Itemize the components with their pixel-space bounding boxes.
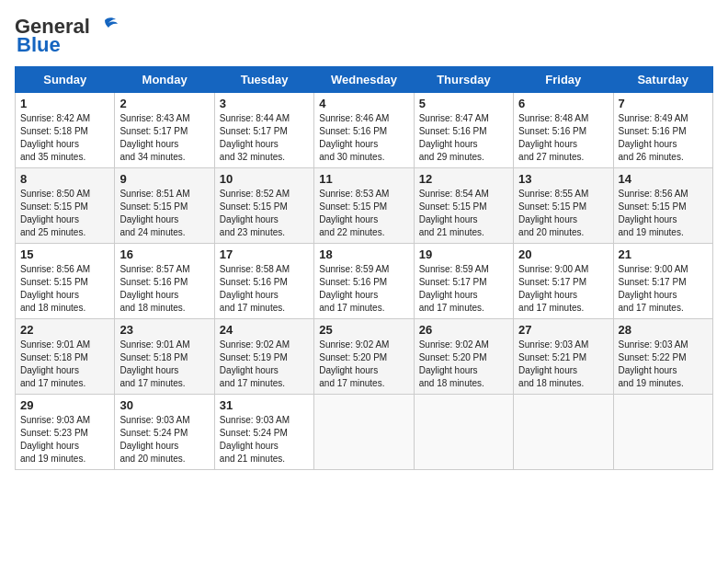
cell-info: Sunrise: 8:49 AMSunset: 5:16 PMDaylight …	[619, 112, 708, 164]
day-number: 30	[119, 398, 209, 412]
calendar-day-9: 9Sunrise: 8:51 AMSunset: 5:15 PMDaylight…	[115, 168, 214, 244]
cell-info: Sunrise: 8:56 AMSunset: 5:15 PMDaylight …	[619, 188, 708, 239]
cell-info: Sunrise: 8:52 AMSunset: 5:15 PMDaylight …	[220, 188, 309, 239]
empty-cell	[314, 395, 414, 470]
calendar-day-14: 14Sunrise: 8:56 AMSunset: 5:15 PMDayligh…	[613, 168, 712, 244]
calendar-day-31: 31Sunrise: 9:03 AMSunset: 5:24 PMDayligh…	[214, 395, 313, 470]
cell-info: Sunrise: 9:03 AMSunset: 5:22 PMDaylight …	[619, 339, 708, 390]
cell-info: Sunrise: 8:54 AMSunset: 5:15 PMDaylight …	[419, 188, 508, 239]
day-number: 3	[220, 97, 309, 110]
dow-header-thursday: Thursday	[414, 67, 513, 93]
cell-info: Sunrise: 8:47 AMSunset: 5:16 PMDaylight …	[419, 112, 508, 164]
calendar-day-20: 20Sunrise: 9:00 AMSunset: 5:17 PMDayligh…	[514, 244, 613, 319]
cell-info: Sunrise: 9:01 AMSunset: 5:18 PMDaylight …	[119, 339, 209, 390]
cell-info: Sunrise: 8:59 AMSunset: 5:17 PMDaylight …	[419, 263, 508, 315]
cell-info: Sunrise: 8:43 AMSunset: 5:17 PMDaylight …	[119, 112, 209, 164]
dow-header-sunday: Sunday	[16, 67, 115, 93]
dow-header-tuesday: Tuesday	[214, 67, 313, 93]
calendar-day-21: 21Sunrise: 9:00 AMSunset: 5:17 PMDayligh…	[613, 244, 712, 319]
calendar-day-10: 10Sunrise: 8:52 AMSunset: 5:15 PMDayligh…	[214, 168, 313, 244]
day-number: 5	[419, 97, 508, 110]
dow-header-friday: Friday	[514, 67, 613, 93]
day-number: 19	[419, 247, 508, 261]
day-number: 11	[319, 172, 408, 186]
calendar-day-8: 8Sunrise: 8:50 AMSunset: 5:15 PMDaylight…	[16, 168, 115, 244]
calendar-day-12: 12Sunrise: 8:54 AMSunset: 5:15 PMDayligh…	[414, 168, 513, 244]
cell-info: Sunrise: 8:53 AMSunset: 5:15 PMDaylight …	[319, 188, 408, 239]
day-number: 24	[220, 323, 309, 337]
cell-info: Sunrise: 8:57 AMSunset: 5:16 PMDaylight …	[119, 263, 209, 315]
calendar-day-7: 7Sunrise: 8:49 AMSunset: 5:16 PMDaylight…	[613, 93, 712, 168]
cell-info: Sunrise: 9:01 AMSunset: 5:18 PMDaylight …	[20, 339, 109, 390]
dow-header-monday: Monday	[115, 67, 214, 93]
day-number: 13	[518, 172, 608, 186]
calendar-day-6: 6Sunrise: 8:48 AMSunset: 5:16 PMDaylight…	[514, 93, 613, 168]
day-number: 14	[619, 172, 708, 186]
day-number: 31	[220, 398, 309, 412]
calendar-day-27: 27Sunrise: 9:03 AMSunset: 5:21 PMDayligh…	[514, 319, 613, 395]
empty-cell	[514, 395, 613, 470]
logo: General Blue	[15, 15, 118, 57]
cell-info: Sunrise: 9:00 AMSunset: 5:17 PMDaylight …	[518, 263, 608, 315]
day-number: 15	[20, 247, 109, 261]
day-number: 16	[119, 247, 209, 261]
day-number: 4	[319, 97, 408, 110]
cell-info: Sunrise: 8:59 AMSunset: 5:16 PMDaylight …	[319, 263, 408, 315]
calendar-day-30: 30Sunrise: 9:03 AMSunset: 5:24 PMDayligh…	[115, 395, 214, 470]
calendar-day-22: 22Sunrise: 9:01 AMSunset: 5:18 PMDayligh…	[16, 319, 115, 395]
calendar-day-16: 16Sunrise: 8:57 AMSunset: 5:16 PMDayligh…	[115, 244, 214, 319]
calendar-day-19: 19Sunrise: 8:59 AMSunset: 5:17 PMDayligh…	[414, 244, 513, 319]
cell-info: Sunrise: 8:50 AMSunset: 5:15 PMDaylight …	[20, 188, 109, 239]
calendar-day-26: 26Sunrise: 9:02 AMSunset: 5:20 PMDayligh…	[414, 319, 513, 395]
cell-info: Sunrise: 8:51 AMSunset: 5:15 PMDaylight …	[119, 188, 209, 239]
cell-info: Sunrise: 9:03 AMSunset: 5:24 PMDaylight …	[220, 414, 309, 465]
calendar-day-23: 23Sunrise: 9:01 AMSunset: 5:18 PMDayligh…	[115, 319, 214, 395]
calendar-day-18: 18Sunrise: 8:59 AMSunset: 5:16 PMDayligh…	[314, 244, 414, 319]
calendar-day-1: 1Sunrise: 8:42 AMSunset: 5:18 PMDaylight…	[16, 93, 115, 168]
day-number: 12	[419, 172, 508, 186]
day-number: 25	[319, 323, 408, 337]
empty-cell	[613, 395, 712, 470]
day-number: 22	[20, 323, 109, 337]
day-number: 8	[20, 172, 109, 186]
day-number: 17	[220, 247, 309, 261]
logo-bird-icon	[92, 17, 118, 37]
day-number: 23	[119, 323, 209, 337]
day-number: 6	[518, 97, 608, 110]
day-number: 20	[518, 247, 608, 261]
cell-info: Sunrise: 8:48 AMSunset: 5:16 PMDaylight …	[518, 112, 608, 164]
cell-info: Sunrise: 8:42 AMSunset: 5:18 PMDaylight …	[20, 112, 109, 164]
logo-blue-text: Blue	[17, 33, 61, 57]
calendar-day-17: 17Sunrise: 8:58 AMSunset: 5:16 PMDayligh…	[214, 244, 313, 319]
calendar-day-3: 3Sunrise: 8:44 AMSunset: 5:17 PMDaylight…	[214, 93, 313, 168]
calendar-day-24: 24Sunrise: 9:02 AMSunset: 5:19 PMDayligh…	[214, 319, 313, 395]
calendar-day-25: 25Sunrise: 9:02 AMSunset: 5:20 PMDayligh…	[314, 319, 414, 395]
day-number: 7	[619, 97, 708, 110]
day-number: 29	[20, 398, 109, 412]
calendar-day-13: 13Sunrise: 8:55 AMSunset: 5:15 PMDayligh…	[514, 168, 613, 244]
day-number: 28	[619, 323, 708, 337]
calendar-day-4: 4Sunrise: 8:46 AMSunset: 5:16 PMDaylight…	[314, 93, 414, 168]
cell-info: Sunrise: 8:46 AMSunset: 5:16 PMDaylight …	[319, 112, 408, 164]
cell-info: Sunrise: 9:02 AMSunset: 5:20 PMDaylight …	[419, 339, 508, 390]
day-number: 10	[220, 172, 309, 186]
day-number: 9	[119, 172, 209, 186]
day-number: 27	[518, 323, 608, 337]
cell-info: Sunrise: 9:03 AMSunset: 5:23 PMDaylight …	[20, 414, 109, 465]
cell-info: Sunrise: 9:02 AMSunset: 5:20 PMDaylight …	[319, 339, 408, 390]
dow-header-saturday: Saturday	[613, 67, 712, 93]
header: General Blue	[15, 15, 713, 57]
calendar-day-29: 29Sunrise: 9:03 AMSunset: 5:23 PMDayligh…	[16, 395, 115, 470]
calendar-day-15: 15Sunrise: 8:56 AMSunset: 5:15 PMDayligh…	[16, 244, 115, 319]
dow-header-wednesday: Wednesday	[314, 67, 414, 93]
day-number: 18	[319, 247, 408, 261]
cell-info: Sunrise: 8:56 AMSunset: 5:15 PMDaylight …	[20, 263, 109, 315]
cell-info: Sunrise: 8:55 AMSunset: 5:15 PMDaylight …	[518, 188, 608, 239]
cell-info: Sunrise: 9:03 AMSunset: 5:24 PMDaylight …	[119, 414, 209, 465]
calendar-day-2: 2Sunrise: 8:43 AMSunset: 5:17 PMDaylight…	[115, 93, 214, 168]
day-number: 2	[119, 97, 209, 110]
day-number: 21	[619, 247, 708, 261]
cell-info: Sunrise: 8:58 AMSunset: 5:16 PMDaylight …	[220, 263, 309, 315]
cell-info: Sunrise: 9:02 AMSunset: 5:19 PMDaylight …	[220, 339, 309, 390]
cell-info: Sunrise: 8:44 AMSunset: 5:17 PMDaylight …	[220, 112, 309, 164]
